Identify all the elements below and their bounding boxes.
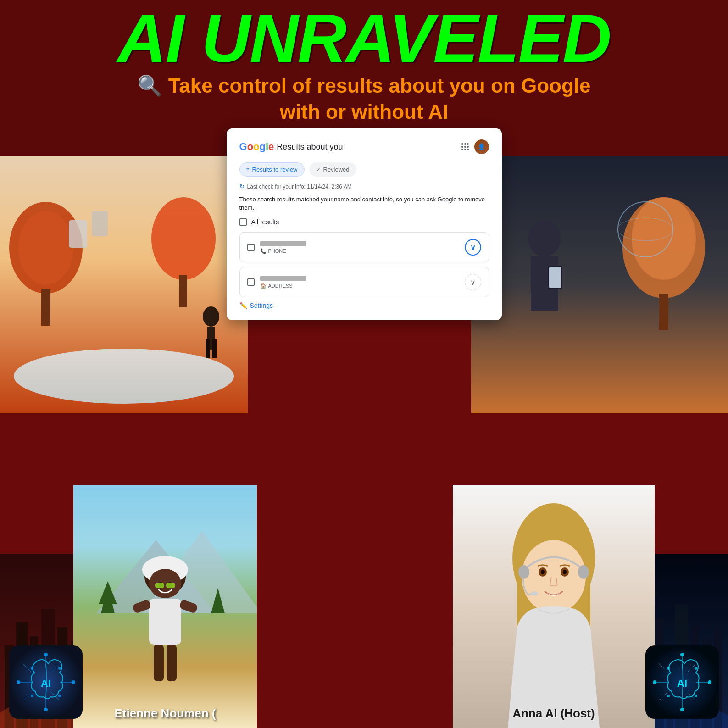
result-type-label-phone: PHONE — [268, 248, 286, 254]
svg-rect-7 — [69, 220, 87, 248]
list-icon: ≡ — [246, 167, 250, 173]
svg-point-70 — [518, 565, 529, 579]
svg-point-80 — [31, 695, 33, 697]
result-item-left-address: 🏠 ADDRESS — [247, 276, 306, 289]
all-results-checkbox[interactable] — [239, 218, 247, 226]
svg-rect-6 — [179, 275, 187, 307]
svg-rect-8 — [92, 211, 108, 236]
all-results-row: All results — [239, 218, 489, 226]
svg-point-5 — [151, 197, 216, 280]
phone-icon: 📞 — [260, 248, 267, 254]
last-check-text: Last check for your info: 11/14/24, 2:36… — [247, 183, 352, 190]
svg-point-79 — [58, 667, 61, 670]
svg-rect-12 — [212, 339, 217, 358]
svg-point-1 — [14, 349, 234, 404]
svg-rect-4 — [41, 289, 50, 326]
tabs-row: ≡ Results to review ✓ Reviewed — [239, 162, 489, 177]
settings-label: Settings — [250, 302, 273, 309]
result-item-left-phone: 📞 PHONE — [247, 241, 306, 254]
last-check-row: ↻ Last check for your info: 11/14/24, 2:… — [239, 183, 489, 190]
result-checkbox-address[interactable] — [247, 278, 255, 286]
search-emoji: 🔍 — [137, 74, 162, 97]
svg-rect-58 — [154, 645, 164, 681]
tab-reviewed-label: Reviewed — [323, 166, 350, 173]
svg-point-84 — [708, 680, 711, 684]
svg-point-73 — [17, 680, 20, 684]
subtitle-text-line1: Take control of results about you on Goo… — [168, 74, 591, 97]
svg-point-3 — [18, 211, 73, 284]
svg-point-81 — [58, 695, 61, 697]
description-text: These search results matched your name a… — [239, 195, 489, 212]
result-blurred-name-address — [260, 276, 306, 281]
svg-text:AI: AI — [41, 678, 51, 689]
svg-point-19 — [632, 197, 696, 280]
bg-right-scene — [471, 156, 728, 413]
result-type-phone: 📞 PHONE — [260, 248, 306, 254]
check-icon: ✓ — [316, 167, 321, 173]
result-type-address: 🏠 ADDRESS — [260, 283, 306, 289]
svg-point-89 — [695, 667, 697, 670]
svg-point-9 — [203, 306, 219, 327]
bg-left-scene — [0, 156, 248, 413]
home-icon: 🏠 — [260, 283, 267, 289]
result-item-address: 🏠 ADDRESS ∨ — [239, 267, 489, 297]
svg-rect-52 — [155, 583, 164, 588]
result-content-address: 🏠 ADDRESS — [260, 276, 306, 289]
svg-point-68 — [563, 570, 567, 574]
google-logo: Google — [239, 141, 274, 153]
result-item-phone: 📞 PHONE ∨ — [239, 232, 489, 262]
svg-rect-55 — [149, 599, 181, 645]
pencil-icon: ✏️ — [239, 302, 247, 309]
svg-point-76 — [44, 708, 48, 711]
svg-rect-17 — [549, 267, 561, 288]
tab-reviewed[interactable]: ✓ Reviewed — [309, 162, 356, 177]
all-results-label: All results — [251, 218, 279, 226]
svg-point-78 — [31, 667, 33, 670]
svg-point-49 — [149, 569, 181, 598]
main-title: AI UNRAVELED — [9, 5, 719, 72]
subtitle-line: 🔍 Take control of results about you on G… — [9, 72, 719, 125]
card-header: Google Results about you 👤 — [239, 139, 489, 154]
result-type-label-address: ADDRESS — [268, 283, 293, 289]
person-right-name: Anna AI (Host) — [453, 706, 655, 721]
expand-button-address[interactable]: ∨ — [465, 274, 481, 290]
svg-point-71 — [578, 565, 589, 579]
settings-link[interactable]: ✏️ Settings — [239, 302, 489, 309]
person-left-name: Etienne Noumen ( — [73, 706, 257, 721]
expand-button-phone[interactable]: ∨ — [465, 239, 481, 256]
svg-rect-59 — [167, 645, 177, 681]
result-content-phone: 📞 PHONE — [260, 241, 306, 254]
subtitle-text-line2: with or without AI — [280, 100, 448, 123]
refresh-icon: ↻ — [239, 183, 245, 190]
svg-point-88 — [667, 667, 670, 670]
svg-point-14 — [528, 220, 561, 257]
svg-rect-53 — [166, 583, 175, 588]
apps-icon[interactable] — [461, 143, 469, 150]
svg-point-64 — [522, 540, 586, 613]
tab-results-to-review[interactable]: ≡ Results to review — [239, 162, 305, 177]
svg-point-86 — [680, 708, 684, 711]
ai-brain-right: AI — [645, 645, 719, 719]
svg-point-90 — [667, 695, 670, 697]
google-page-title: Results about you — [277, 142, 343, 152]
svg-point-83 — [653, 680, 656, 684]
svg-point-85 — [680, 653, 684, 656]
svg-point-75 — [44, 653, 48, 656]
svg-rect-11 — [206, 339, 210, 358]
svg-rect-20 — [659, 294, 668, 330]
tab-results-label: Results to review — [252, 166, 298, 173]
svg-point-74 — [72, 680, 75, 684]
google-card: Google Results about you 👤 ≡ Results to … — [227, 128, 502, 320]
result-checkbox-phone[interactable] — [247, 244, 255, 251]
host-photo-area — [453, 485, 655, 728]
svg-text:AI: AI — [677, 678, 687, 689]
svg-point-91 — [695, 695, 697, 697]
ai-brain-left: AI — [9, 645, 83, 719]
header-section: AI UNRAVELED 🔍 Take control of results a… — [0, 5, 728, 125]
user-avatar[interactable]: 👤 — [474, 139, 489, 154]
cyclist-photo-area — [73, 485, 257, 728]
header-icons: 👤 — [461, 139, 489, 154]
svg-point-69 — [531, 591, 538, 596]
google-logo-area: Google Results about you — [239, 141, 343, 153]
svg-point-67 — [541, 570, 545, 574]
